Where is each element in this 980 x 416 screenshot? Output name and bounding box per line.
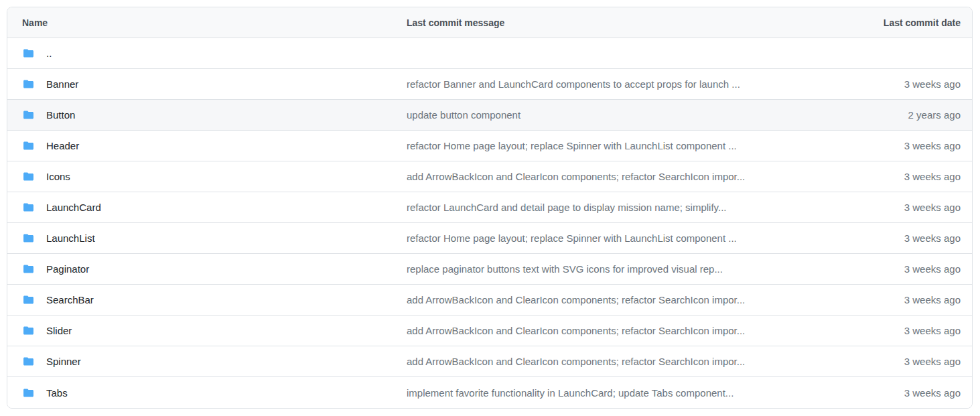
- last-commit-date-cell: 3 weeks ago: [838, 325, 972, 336]
- file-name-cell[interactable]: LaunchList: [7, 232, 407, 245]
- last-commit-date-cell: 3 weeks ago: [838, 294, 972, 305]
- last-commit-date-cell: 3 weeks ago: [838, 356, 972, 367]
- file-name-cell[interactable]: Spinner: [7, 355, 407, 368]
- folder-icon: [22, 109, 35, 121]
- last-commit-date-cell: 3 weeks ago: [838, 202, 972, 213]
- column-header-name[interactable]: Name: [7, 17, 407, 28]
- last-commit-message-cell[interactable]: refactor Home page layout; replace Spinn…: [407, 232, 838, 244]
- file-name-cell[interactable]: ..: [7, 47, 407, 60]
- file-name-label: SearchBar: [46, 294, 94, 305]
- table-row[interactable]: Tabs implement favorite functionality in…: [7, 377, 972, 408]
- file-name-cell[interactable]: SearchBar: [7, 293, 407, 306]
- last-commit-message-cell[interactable]: refactor LaunchCard and detail page to d…: [407, 202, 838, 213]
- last-commit-date-cell: 3 weeks ago: [838, 171, 972, 182]
- table-row[interactable]: Banner refactor Banner and LaunchCard co…: [7, 69, 972, 100]
- last-commit-date-cell: 3 weeks ago: [838, 387, 972, 399]
- last-commit-message-cell[interactable]: add ArrowBackIcon and ClearIcon componen…: [407, 294, 838, 305]
- file-name-label: Paginator: [46, 263, 89, 275]
- table-row[interactable]: LaunchCard refactor LaunchCard and detai…: [7, 192, 972, 223]
- folder-icon: [22, 324, 35, 337]
- last-commit-message-cell[interactable]: refactor Banner and LaunchCard component…: [407, 78, 838, 90]
- last-commit-message-cell[interactable]: add ArrowBackIcon and ClearIcon componen…: [407, 325, 838, 336]
- folder-icon: [22, 232, 35, 245]
- folder-icon: [22, 139, 35, 152]
- file-name-label: LaunchList: [46, 232, 95, 244]
- file-name-cell[interactable]: Banner: [7, 78, 407, 90]
- last-commit-date-cell: 3 weeks ago: [838, 232, 972, 244]
- file-name-label: Header: [46, 140, 79, 151]
- file-name-cell[interactable]: Paginator: [7, 263, 407, 275]
- table-row[interactable]: Paginator replace paginator buttons text…: [7, 254, 972, 285]
- file-name-label: LaunchCard: [46, 202, 101, 213]
- file-name-cell[interactable]: LaunchCard: [7, 201, 407, 214]
- file-name-label: Button: [46, 109, 75, 121]
- last-commit-date-cell: 2 years ago: [838, 109, 972, 121]
- last-commit-message-cell[interactable]: update button component: [407, 109, 838, 121]
- file-name-label: Banner: [46, 78, 78, 90]
- last-commit-date-cell: 3 weeks ago: [838, 140, 972, 151]
- table-row[interactable]: SearchBar add ArrowBackIcon and ClearIco…: [7, 285, 972, 316]
- last-commit-message-cell[interactable]: replace paginator buttons text with SVG …: [407, 263, 838, 275]
- table-row[interactable]: LaunchList refactor Home page layout; re…: [7, 223, 972, 254]
- folder-icon: [22, 47, 35, 60]
- folder-icon: [22, 170, 35, 183]
- file-name-label: Tabs: [46, 387, 68, 399]
- folder-icon: [22, 355, 35, 368]
- file-name-label: Slider: [46, 325, 72, 336]
- table-row[interactable]: Icons add ArrowBackIcon and ClearIcon co…: [7, 161, 972, 192]
- file-name-cell[interactable]: Tabs: [7, 387, 407, 399]
- table-row[interactable]: ..: [7, 38, 972, 69]
- file-name-cell[interactable]: Button: [7, 109, 407, 121]
- folder-icon: [22, 293, 35, 306]
- last-commit-message-cell[interactable]: implement favorite functionality in Laun…: [407, 387, 838, 399]
- table-row[interactable]: Slider add ArrowBackIcon and ClearIcon c…: [7, 316, 972, 346]
- table-body: .. Banner refactor Banner and LaunchCard…: [7, 38, 972, 408]
- folder-icon: [22, 201, 35, 214]
- folder-icon: [22, 263, 35, 275]
- file-name-label: Spinner: [46, 356, 81, 367]
- file-browser-table: Name Last commit message Last commit dat…: [7, 7, 973, 409]
- column-header-last-commit-message[interactable]: Last commit message: [407, 17, 838, 28]
- folder-icon: [22, 387, 35, 399]
- last-commit-date-cell: 3 weeks ago: [838, 78, 972, 90]
- file-name-cell[interactable]: Icons: [7, 170, 407, 183]
- table-row[interactable]: Spinner add ArrowBackIcon and ClearIcon …: [7, 346, 972, 377]
- folder-icon: [22, 78, 35, 90]
- file-name-label: ..: [46, 48, 52, 59]
- last-commit-date-cell: 3 weeks ago: [838, 263, 972, 275]
- file-name-label: Icons: [46, 171, 70, 182]
- table-header-row: Name Last commit message Last commit dat…: [7, 7, 972, 38]
- file-name-cell[interactable]: Header: [7, 139, 407, 152]
- last-commit-message-cell[interactable]: add ArrowBackIcon and ClearIcon componen…: [407, 171, 838, 182]
- column-header-last-commit-date[interactable]: Last commit date: [838, 17, 972, 28]
- table-row[interactable]: Header refactor Home page layout; replac…: [7, 131, 972, 161]
- table-row[interactable]: Button update button component 2 years a…: [7, 100, 972, 131]
- file-name-cell[interactable]: Slider: [7, 324, 407, 337]
- last-commit-message-cell[interactable]: add ArrowBackIcon and ClearIcon componen…: [407, 356, 838, 367]
- last-commit-message-cell[interactable]: refactor Home page layout; replace Spinn…: [407, 140, 838, 151]
